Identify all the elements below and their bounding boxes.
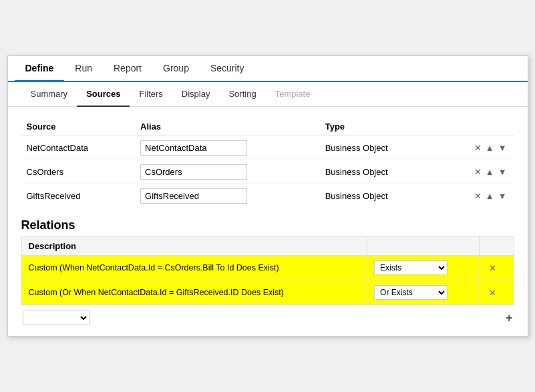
source-alias-input-2[interactable] bbox=[140, 188, 247, 204]
source-alias-input-1[interactable] bbox=[140, 164, 247, 180]
relation-row-1: Custom (Or When NetContactData.Id = Gift… bbox=[21, 280, 514, 305]
sub-nav-item-sorting[interactable]: Sorting bbox=[219, 82, 265, 107]
sources-col-actions bbox=[467, 118, 514, 136]
relation-delete-cell-0: ✕ bbox=[480, 256, 514, 280]
source-move-up-button-0[interactable]: ▲ bbox=[484, 142, 496, 154]
sources-table: SourceAliasType NetContactDataBusiness O… bbox=[21, 118, 514, 208]
relations-tbody: Custom (When NetContactData.Id = CsOrder… bbox=[21, 256, 514, 305]
source-delete-button-2[interactable]: ✕ bbox=[472, 190, 484, 202]
sources-col-alias: Alias bbox=[135, 118, 320, 136]
sub-nav-item-template: Template bbox=[266, 82, 320, 107]
top-nav-item-security[interactable]: Security bbox=[200, 56, 255, 82]
sub-nav-item-display[interactable]: Display bbox=[172, 82, 220, 107]
relations-title: Relations bbox=[21, 218, 514, 232]
relation-description-0: Custom (When NetContactData.Id = CsOrder… bbox=[21, 256, 367, 280]
add-relation-button[interactable]: + bbox=[506, 311, 513, 325]
relations-type-header bbox=[367, 237, 480, 256]
relations-desc-header: Description bbox=[21, 237, 367, 256]
source-type-0: Business Object bbox=[320, 136, 467, 160]
top-nav-item-define[interactable]: Define bbox=[15, 56, 65, 82]
source-actions-2: ✕▲▼ bbox=[467, 184, 514, 208]
source-move-down-button-1[interactable]: ▼ bbox=[496, 166, 509, 178]
sources-tbody: NetContactDataBusiness Object✕▲▼CsOrders… bbox=[21, 136, 514, 208]
source-name-1: CsOrders bbox=[21, 160, 136, 184]
source-row-0: NetContactDataBusiness Object✕▲▼ bbox=[21, 136, 514, 160]
relation-type-select-0[interactable]: ExistsOr ExistsAnd ExistsDoes Not Exist bbox=[374, 260, 448, 275]
source-row-2: GiftsReceivedBusiness Object✕▲▼ bbox=[21, 184, 514, 208]
source-alias-cell-2 bbox=[135, 184, 320, 208]
source-actions-1: ✕▲▼ bbox=[467, 160, 514, 184]
source-row-1: CsOrdersBusiness Object✕▲▼ bbox=[21, 160, 514, 184]
source-delete-button-1[interactable]: ✕ bbox=[472, 166, 484, 178]
footer-row: + bbox=[21, 311, 514, 325]
source-move-up-button-1[interactable]: ▲ bbox=[484, 166, 496, 178]
relation-delete-cell-1: ✕ bbox=[480, 280, 514, 305]
top-nav-item-run[interactable]: Run bbox=[64, 56, 103, 82]
top-nav-item-report[interactable]: Report bbox=[103, 56, 152, 82]
relation-type-cell-0: ExistsOr ExistsAnd ExistsDoes Not Exist bbox=[367, 256, 480, 280]
relation-type-select-1[interactable]: ExistsOr ExistsAnd ExistsDoes Not Exist bbox=[374, 285, 448, 300]
source-type-2: Business Object bbox=[320, 184, 467, 208]
add-relation-select[interactable] bbox=[23, 311, 90, 325]
sources-header-row: SourceAliasType bbox=[21, 118, 514, 136]
relations-table: Description Custom (When NetContactData.… bbox=[21, 236, 514, 305]
sources-col-source: Source bbox=[21, 118, 136, 136]
relation-description-1: Custom (Or When NetContactData.Id = Gift… bbox=[21, 280, 367, 305]
source-delete-button-0[interactable]: ✕ bbox=[472, 142, 484, 154]
sub-nav-item-sources[interactable]: Sources bbox=[77, 82, 130, 107]
source-actions-0: ✕▲▼ bbox=[467, 136, 514, 160]
main-window: DefineRunReportGroupSecurity SummarySour… bbox=[7, 55, 528, 337]
source-move-up-button-2[interactable]: ▲ bbox=[484, 190, 496, 202]
relation-row-0: Custom (When NetContactData.Id = CsOrder… bbox=[21, 256, 514, 280]
top-nav-item-group[interactable]: Group bbox=[152, 56, 200, 82]
sub-nav: SummarySourcesFiltersDisplaySortingTempl… bbox=[8, 82, 528, 107]
source-type-1: Business Object bbox=[320, 160, 467, 184]
source-alias-cell-0 bbox=[135, 136, 320, 160]
relation-delete-button-0[interactable]: ✕ bbox=[486, 262, 499, 274]
relations-header-row: Description bbox=[21, 237, 514, 256]
source-move-down-button-0[interactable]: ▼ bbox=[496, 142, 509, 154]
relations-action-header bbox=[480, 237, 514, 256]
top-nav: DefineRunReportGroupSecurity bbox=[8, 56, 528, 82]
content-area: SourceAliasType NetContactDataBusiness O… bbox=[8, 107, 528, 336]
source-name-0: NetContactData bbox=[21, 136, 136, 160]
relation-delete-button-1[interactable]: ✕ bbox=[486, 286, 499, 299]
source-name-2: GiftsReceived bbox=[21, 184, 136, 208]
sub-nav-item-filters[interactable]: Filters bbox=[130, 82, 172, 107]
relation-type-cell-1: ExistsOr ExistsAnd ExistsDoes Not Exist bbox=[367, 280, 480, 305]
sub-nav-item-summary[interactable]: Summary bbox=[21, 82, 77, 107]
source-move-down-button-2[interactable]: ▼ bbox=[496, 190, 509, 202]
source-alias-cell-1 bbox=[135, 160, 320, 184]
sources-col-type: Type bbox=[320, 118, 467, 136]
source-alias-input-0[interactable] bbox=[140, 140, 247, 156]
